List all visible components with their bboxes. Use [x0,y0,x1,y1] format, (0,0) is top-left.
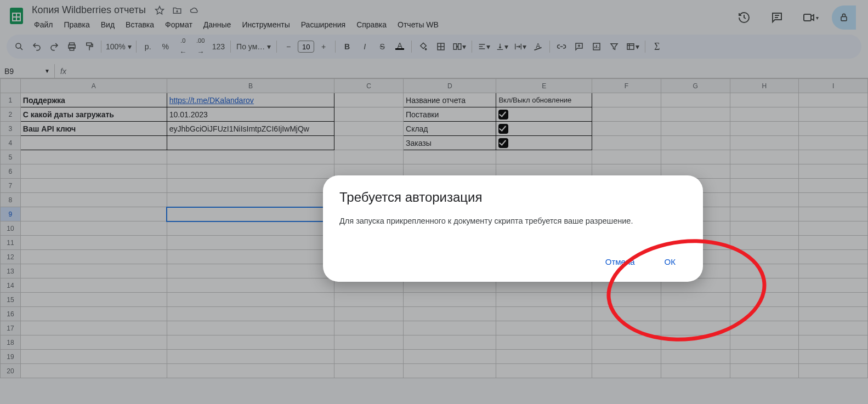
dialog-message: Для запуска прикрепленного к документу с… [339,215,687,227]
dialog-title: Требуется авторизация [339,190,687,205]
authorization-dialog: Требуется авторизация Для запуска прикре… [323,175,703,282]
cancel-button[interactable]: Отмена [600,253,640,271]
ok-button[interactable]: ОК [659,253,681,271]
